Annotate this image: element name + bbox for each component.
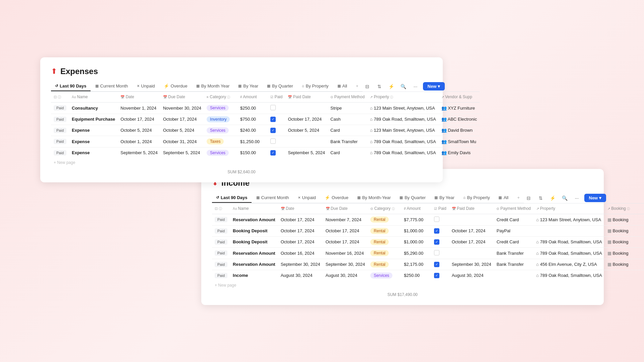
status-badge: Paid xyxy=(54,105,66,111)
more-button-inc[interactable]: ··· xyxy=(572,193,582,203)
row-pay-method: Cash xyxy=(328,114,367,125)
tab-add-inc[interactable]: + xyxy=(513,193,524,203)
tab-all-exp[interactable]: ▦ All xyxy=(333,81,351,91)
income-panel: ⬇ Income ↺ Last 90 Days ▦ Current Month … xyxy=(201,169,604,305)
row-paid-check[interactable]: ✓ xyxy=(268,147,285,158)
row-paid-check[interactable]: ✓ xyxy=(431,270,449,281)
paid-checkbox[interactable] xyxy=(434,217,439,222)
expenses-new-page[interactable]: + New page xyxy=(51,158,432,167)
paid-checkbox[interactable]: ✓ xyxy=(434,273,439,278)
property-icon: ⌂ xyxy=(370,117,373,122)
new-button-inc[interactable]: New ▾ xyxy=(584,194,606,202)
status-badge: Paid xyxy=(215,250,227,256)
status-badge: Paid xyxy=(215,217,227,222)
vendor-icon: 👥 xyxy=(441,128,447,133)
lightning-button-inc[interactable]: ⚡ xyxy=(548,193,557,203)
col-header-amount: # Amount xyxy=(237,92,268,102)
row-vendor: 👥 Emily Davis xyxy=(439,147,480,158)
row-name[interactable]: Booking Deposit xyxy=(230,225,278,236)
status-badge: Paid xyxy=(215,228,227,234)
row-name[interactable]: Equipment Purchase xyxy=(69,114,118,125)
paid-checkbox[interactable] xyxy=(270,105,276,110)
row-booking: ▦ Booking xyxy=(605,236,644,247)
row-paid-check[interactable]: ✓ xyxy=(431,236,449,247)
tab-last-90-days-inc[interactable]: ↺ Last 90 Days xyxy=(212,193,252,203)
property-icon: ⌂ xyxy=(536,251,539,256)
row-amount: $5,290.00 xyxy=(401,247,431,259)
row-name[interactable]: Expense xyxy=(69,147,118,158)
search-button-exp[interactable]: 🔍 xyxy=(399,82,408,91)
row-name[interactable]: Reservation Amount xyxy=(230,259,278,270)
row-due: September 5, 2024 xyxy=(160,147,204,158)
category-badge: Rental xyxy=(370,217,389,223)
tab-add-exp[interactable]: + xyxy=(352,81,363,91)
tab-all-inc[interactable]: ▦ All xyxy=(494,193,512,203)
tab-overdue-exp[interactable]: ⚡ Overdue xyxy=(160,81,192,91)
row-paid-check[interactable] xyxy=(431,247,449,259)
row-property: ⌂ 456 Elm Avenue, City Z, USA xyxy=(534,259,605,270)
tab-icon: ▦ xyxy=(256,195,260,200)
tab-by-property-exp[interactable]: ⌂ By Property xyxy=(298,81,333,91)
row-paid-check[interactable] xyxy=(268,136,285,147)
row-name[interactable]: Consultancy xyxy=(69,102,118,114)
income-row: Paid Income August 30, 2024 August 30, 2… xyxy=(212,270,644,281)
tab-by-quarter-exp[interactable]: ▦ By Quarter xyxy=(263,81,297,91)
row-paid-date: September 5, 2024 xyxy=(285,147,328,158)
property-icon: ⌂ xyxy=(370,150,373,155)
tab-by-property-inc[interactable]: ⌂ By Property xyxy=(459,193,494,203)
lightning-button-exp[interactable]: ⚡ xyxy=(387,82,396,91)
row-property: ⌂ 789 Oak Road, Smalltown, USA xyxy=(534,247,605,259)
tab-by-month-year-exp[interactable]: ▦ By Month Year xyxy=(192,81,234,91)
paid-checkbox[interactable]: ✓ xyxy=(434,262,439,267)
filter-button-inc[interactable]: ⊟ xyxy=(524,193,533,203)
row-paid-check[interactable]: ✓ xyxy=(431,259,449,270)
row-paid-check[interactable] xyxy=(431,214,449,225)
sort-button-inc[interactable]: ⇅ xyxy=(536,193,545,203)
paid-checkbox[interactable]: ✓ xyxy=(270,150,276,156)
row-name[interactable]: Booking Deposit xyxy=(230,236,278,247)
row-name[interactable]: Expense xyxy=(69,136,118,147)
category-badge: Services xyxy=(207,127,229,133)
row-paid-check[interactable]: ✓ xyxy=(268,125,285,136)
row-amount: $7,775.00 xyxy=(401,214,431,225)
tab-icon: ▦ xyxy=(337,84,341,88)
expense-row: Paid Expense September 5, 2024 September… xyxy=(51,147,480,158)
tab-icon: ⌂ xyxy=(302,84,304,88)
row-paid-check[interactable]: ✓ xyxy=(268,114,285,125)
tab-unpaid-exp[interactable]: ✕ Unpaid xyxy=(133,81,159,91)
row-due: October 17, 2024 xyxy=(160,114,204,125)
row-name[interactable]: Reservation Amount xyxy=(230,247,278,259)
paid-checkbox[interactable]: ✓ xyxy=(270,117,276,122)
new-button-exp[interactable]: New ▾ xyxy=(423,82,445,90)
row-name[interactable]: Reservation Amount xyxy=(230,214,278,225)
row-paid-date xyxy=(449,214,494,225)
tab-by-year-inc[interactable]: ▦ By Year xyxy=(430,193,459,203)
row-paid-date: October 17, 2024 xyxy=(285,114,328,125)
paid-checkbox[interactable]: ✓ xyxy=(434,228,439,234)
paid-checkbox[interactable] xyxy=(434,250,439,255)
search-button-inc[interactable]: 🔍 xyxy=(560,193,570,203)
chevron-down-icon: ▾ xyxy=(599,195,601,200)
paid-checkbox[interactable]: ✓ xyxy=(434,239,439,245)
tab-icon: ▦ xyxy=(238,84,241,88)
row-name[interactable]: Expense xyxy=(69,125,118,136)
sort-button-exp[interactable]: ⇅ xyxy=(375,82,384,91)
tab-by-quarter-inc[interactable]: ▦ By Quarter xyxy=(395,193,430,203)
more-button-exp[interactable]: ··· xyxy=(411,82,420,91)
paid-checkbox[interactable] xyxy=(270,138,276,144)
row-paid-check[interactable] xyxy=(268,102,285,114)
col-header-booking-inc: ↗ Booking ⓘ xyxy=(605,203,644,214)
income-new-page[interactable]: + New page xyxy=(212,281,593,290)
paid-checkbox[interactable]: ✓ xyxy=(270,128,276,133)
tab-current-month-exp[interactable]: ▦ Current Month xyxy=(91,81,132,91)
row-name[interactable]: Income xyxy=(230,270,278,281)
row-amount: $1,000.00 xyxy=(401,225,431,236)
tab-last-90-days-exp[interactable]: ↺ Last 90 Days xyxy=(51,81,91,91)
tab-overdue-inc[interactable]: ⚡ Overdue xyxy=(321,193,353,203)
tab-current-month-inc[interactable]: ▦ Current Month xyxy=(252,193,293,203)
row-paid-check[interactable]: ✓ xyxy=(431,225,449,236)
tab-by-year-exp[interactable]: ▦ By Year xyxy=(234,81,262,91)
filter-button-exp[interactable]: ⊟ xyxy=(363,82,372,91)
tab-unpaid-inc[interactable]: ✕ Unpaid xyxy=(294,193,320,203)
tab-by-month-year-inc[interactable]: ▦ By Month-Year xyxy=(353,193,395,203)
